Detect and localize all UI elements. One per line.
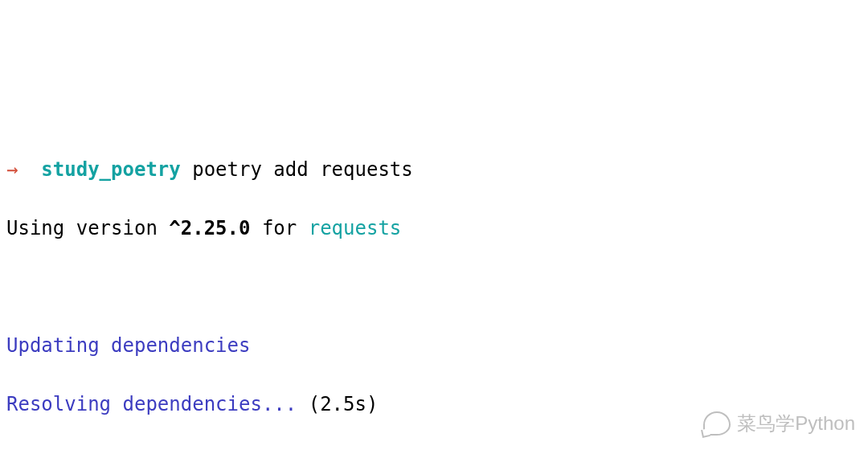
typed-command: poetry add requests <box>192 158 413 181</box>
package-name: requests <box>309 217 402 239</box>
resolving-time: (2.5s) <box>297 393 378 415</box>
blank-line <box>6 448 862 455</box>
cwd: study_poetry <box>41 158 180 181</box>
using-version-line: Using version ^2.25.0 for requests <box>6 214 862 243</box>
resolving-label: Resolving dependencies... <box>6 393 297 415</box>
text: Using version <box>6 217 169 239</box>
text: for <box>250 217 308 239</box>
updating-line: Updating dependencies <box>6 331 862 361</box>
blank-line <box>6 272 862 302</box>
terminal-output: → study_poetry poetry add requests Using… <box>6 125 862 454</box>
prompt-arrow-icon: → <box>6 158 18 181</box>
prompt-line[interactable]: → study_poetry poetry add requests <box>6 155 862 185</box>
resolving-line: Resolving dependencies... (2.5s) <box>6 390 862 419</box>
version-constraint: ^2.25.0 <box>169 217 250 239</box>
